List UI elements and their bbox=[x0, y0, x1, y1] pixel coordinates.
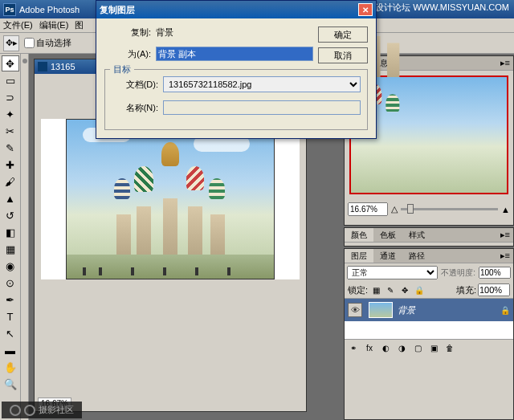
tab-swatches[interactable]: 色板 bbox=[373, 228, 402, 242]
as-label: 为(A): bbox=[104, 48, 151, 60]
pen-tool-icon[interactable]: ✒ bbox=[2, 292, 19, 308]
zoom-in-icon[interactable]: ▲ bbox=[501, 205, 510, 214]
trash-icon[interactable]: 🗑 bbox=[443, 341, 457, 354]
watermark-bottom: 摄影社区 bbox=[2, 402, 82, 418]
panel-menu-icon[interactable]: ▸≡ bbox=[497, 56, 513, 70]
menu-file[interactable]: 文件(E) bbox=[3, 19, 33, 31]
image-content bbox=[66, 119, 275, 279]
lock-label: 锁定: bbox=[348, 284, 368, 296]
dome-shape bbox=[114, 178, 130, 199]
auto-select-checkbox[interactable] bbox=[24, 38, 35, 48]
zoom-out-icon[interactable]: △ bbox=[391, 204, 398, 214]
new-layer-icon[interactable]: ▣ bbox=[426, 341, 441, 354]
brush-tool-icon[interactable]: 🖌 bbox=[2, 173, 19, 190]
document-title: 13165 bbox=[51, 62, 75, 71]
crop-tool-icon[interactable]: ✂ bbox=[2, 123, 19, 139]
cathedral-shape bbox=[90, 158, 251, 255]
as-input[interactable] bbox=[156, 47, 313, 61]
wand-tool-icon[interactable]: ✦ bbox=[2, 106, 19, 122]
visibility-icon[interactable]: 👁 bbox=[348, 303, 362, 317]
layer-thumbnail[interactable] bbox=[369, 302, 393, 318]
toolbox: ✥ ▭ ⊃ ✦ ✂ ✎ ✚ 🖌 ▲ ↺ ◧ ▦ ◉ ⊙ ✒ T ↖ ▬ ✋ 🔍 bbox=[0, 54, 21, 420]
ok-button[interactable]: 确定 bbox=[318, 27, 368, 43]
dodge-tool-icon[interactable]: ⊙ bbox=[2, 275, 19, 291]
dialog-titlebar[interactable]: 复制图层 ✕ bbox=[96, 1, 376, 18]
person-shape bbox=[195, 267, 198, 275]
dot-icon bbox=[22, 59, 27, 63]
opacity-input[interactable] bbox=[479, 267, 511, 279]
path-tool-icon[interactable]: ↖ bbox=[2, 325, 19, 341]
opacity-label: 不透明度: bbox=[441, 267, 475, 279]
auto-select-label: 自动选择 bbox=[36, 37, 71, 49]
gradient-tool-icon[interactable]: ▦ bbox=[2, 241, 19, 257]
layer-row[interactable]: 👁 背景 🔒 bbox=[345, 299, 513, 321]
toolbox-extra bbox=[21, 54, 29, 420]
color-panel: 颜色 色板 样式 ▸≡ bbox=[344, 227, 514, 247]
panel-menu-icon[interactable]: ▸≡ bbox=[497, 228, 513, 242]
tab-layers[interactable]: 图层 bbox=[345, 249, 373, 263]
tower-shape bbox=[116, 214, 131, 255]
blend-mode-select[interactable]: 正常 bbox=[347, 266, 438, 279]
blur-tool-icon[interactable]: ◉ bbox=[2, 258, 19, 274]
document-icon bbox=[38, 62, 47, 71]
fill-label: 填充: bbox=[456, 284, 476, 296]
healing-tool-icon[interactable]: ✚ bbox=[2, 157, 19, 173]
slider-thumb[interactable] bbox=[407, 204, 414, 214]
tower-shape bbox=[188, 206, 202, 255]
close-icon[interactable]: ✕ bbox=[358, 3, 373, 16]
fx-icon[interactable]: fx bbox=[362, 341, 377, 354]
cancel-button[interactable]: 取消 bbox=[318, 47, 368, 63]
link-icon[interactable]: ⚭ bbox=[346, 341, 361, 354]
app-title: Adobe Photosh bbox=[19, 5, 80, 14]
menu-image[interactable]: 图 bbox=[75, 19, 84, 31]
tower-shape bbox=[137, 206, 151, 255]
lock-icon: 🔒 bbox=[500, 306, 510, 315]
fill-input[interactable] bbox=[478, 283, 510, 296]
lock-transparent-icon[interactable]: ▦ bbox=[369, 283, 382, 296]
nav-zoom-input[interactable] bbox=[348, 202, 388, 216]
folder-icon[interactable]: ▢ bbox=[410, 341, 425, 354]
marquee-tool-icon[interactable]: ▭ bbox=[2, 72, 19, 88]
menu-edit[interactable]: 编辑(E) bbox=[39, 19, 69, 31]
type-tool-icon[interactable]: T bbox=[2, 308, 19, 324]
tab-color[interactable]: 颜色 bbox=[345, 228, 373, 242]
eraser-tool-icon[interactable]: ◧ bbox=[2, 224, 19, 240]
zoom-tool-icon[interactable]: 🔍 bbox=[2, 376, 19, 392]
watermark-bottom-text: 摄影社区 bbox=[39, 404, 74, 416]
target-legend: 目标 bbox=[110, 63, 134, 75]
zoom-slider[interactable] bbox=[401, 208, 498, 210]
adjustment-icon[interactable]: ◑ bbox=[394, 341, 409, 354]
canvas[interactable] bbox=[41, 119, 300, 279]
stamp-tool-icon[interactable]: ▲ bbox=[2, 190, 19, 206]
dome-shape bbox=[134, 166, 153, 192]
copy-value: 背景 bbox=[156, 27, 173, 39]
layer-footer: ⚭ fx ◐ ◑ ▢ ▣ 🗑 bbox=[345, 339, 513, 356]
mask-icon[interactable]: ◐ bbox=[378, 341, 393, 354]
target-fieldset: 目标 文档(D): 13165732118582.jpg 名称(N): bbox=[104, 69, 368, 130]
name-input[interactable] bbox=[163, 100, 361, 115]
duplicate-layer-dialog: 复制图层 ✕ 确定 取消 复制: 背景 为(A): 目标 文档(D): 1316… bbox=[96, 0, 377, 139]
tower-shape bbox=[163, 198, 177, 255]
eyedropper-tool-icon[interactable]: ✎ bbox=[2, 140, 19, 156]
dialog-title: 复制图层 bbox=[100, 4, 135, 16]
lasso-tool-icon[interactable]: ⊃ bbox=[2, 89, 19, 105]
move-tool-icon[interactable]: ✥ bbox=[2, 55, 19, 71]
tab-paths[interactable]: 路径 bbox=[402, 249, 431, 263]
logo-circle-icon bbox=[10, 405, 21, 416]
panel-menu-icon[interactable]: ▸≡ bbox=[497, 249, 513, 263]
shape-tool-icon[interactable]: ▬ bbox=[2, 342, 19, 358]
dome-shape bbox=[161, 142, 179, 166]
name-label: 名称(N): bbox=[112, 102, 158, 114]
lock-paint-icon[interactable]: ✎ bbox=[384, 283, 397, 296]
tab-channels[interactable]: 通道 bbox=[373, 249, 402, 263]
history-brush-icon[interactable]: ↺ bbox=[2, 207, 19, 223]
lock-all-icon[interactable]: 🔒 bbox=[413, 283, 426, 296]
tab-styles[interactable]: 样式 bbox=[402, 228, 431, 242]
move-tool-icon[interactable]: ✥▸ bbox=[3, 35, 19, 51]
dome-shape bbox=[186, 166, 204, 190]
layer-name[interactable]: 背景 bbox=[398, 304, 415, 316]
lock-position-icon[interactable]: ✥ bbox=[398, 283, 411, 296]
tower-shape bbox=[210, 214, 225, 255]
doc-select[interactable]: 13165732118582.jpg bbox=[163, 76, 361, 92]
notes-tool-icon[interactable]: ✋ bbox=[2, 359, 19, 375]
